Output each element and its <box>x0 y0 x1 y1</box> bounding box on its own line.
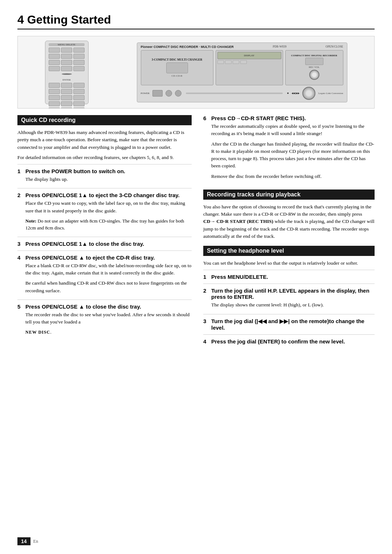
right-step-hp-1-heading: 1 Press MENU/DELETE. <box>203 274 375 280</box>
headphone-level-body: You can set the headphone level so that … <box>203 260 375 267</box>
brand-logo: Pioneer COMPACT DISC RECORDER · MULTI CD… <box>141 45 234 49</box>
display-section: DISPLAY <box>216 50 283 85</box>
left-step-2: 2 Press OPEN/CLOSE 1▲ to eject the 3-CD … <box>17 188 192 237</box>
left-step-4-num: 4 <box>17 254 23 261</box>
quick-cd-intro-p1: Although the PDR-W839 has many advanced … <box>17 129 192 151</box>
right-step-hp-3: 3 Turn the jog dial (|◀◀ and ▶▶| on the … <box>203 314 375 334</box>
right-step-hp-2-body: The display shows the current level: H (… <box>203 301 375 309</box>
footer: 14 En <box>17 537 38 545</box>
left-step-4-body: Place a blank CD-R or CD-RW disc, with t… <box>17 262 192 294</box>
left-step-2-num: 2 <box>17 192 23 198</box>
right-step-hp-1: 1 Press MENU/DELETE. <box>203 270 375 284</box>
remote-jog-wheel <box>62 73 72 75</box>
left-column: Quick CD recording Although the PDR-W839… <box>17 115 192 348</box>
device-image: MENU DELETE ENTER <box>17 36 375 109</box>
main-unit-mid: 3-COMPACT DISC MULTI CHANGER CD–CD-R DIS… <box>141 50 343 85</box>
left-step-3-heading: 3 Press OPEN/CLOSE 1▲ to close the disc … <box>17 241 192 247</box>
headphone-level-header: Setting the headphone level <box>203 246 375 256</box>
left-step-2-heading: 2 Press OPEN/CLOSE 1▲ to eject the 3-CD … <box>17 192 192 198</box>
left-step-5: 5 Press OPEN/CLOSE ▲ to close the disc t… <box>17 300 192 341</box>
recording-tracks-body: You also have the option of choosing to … <box>203 203 375 240</box>
left-step-5-num: 5 <box>17 304 23 310</box>
main-unit-bottom: POWER ■ ◀◀ ▶▶ Legato Link Conversion <box>141 87 343 100</box>
right-step-6: 6 Press CD→CD-R START (REC THIS). The re… <box>203 115 375 185</box>
left-step-1-num: 1 <box>17 168 23 174</box>
left-step-2-body: Place the CD you want to copy, with the … <box>17 200 192 232</box>
remote-top-bar: MENU DELETE <box>49 43 85 46</box>
language-label: En <box>33 539 38 544</box>
right-step-hp-1-num: 1 <box>203 274 208 280</box>
right-column: 6 Press CD→CD-R START (REC THIS). The re… <box>203 115 375 348</box>
left-step-5-heading: 5 Press OPEN/CLOSE ▲ to close the disc t… <box>17 304 192 310</box>
right-step-6-body: The recorder automatically copies at dou… <box>203 123 375 180</box>
chapter-title: 4 Getting Started <box>17 13 375 29</box>
right-step-6-num: 6 <box>203 115 208 121</box>
left-step-5-body-text: The recorder reads the disc to see what … <box>25 311 192 326</box>
right-step-hp-3-num: 3 <box>203 318 208 324</box>
left-step-5-new-disc: NEW DISC. <box>25 329 192 336</box>
left-step-3-num: 3 <box>17 241 23 247</box>
remote-control-image: MENU DELETE ENTER <box>45 41 89 104</box>
left-step-2-note-text: Do not use an adapter with 8cm CD-single… <box>25 218 184 231</box>
right-step-hp-4: 4 Press the jog dial (ENTER) to confirm … <box>203 334 375 348</box>
left-step-4: 4 Press OPEN/CLOSE ▲ to eject the CD-R d… <box>17 250 192 300</box>
changer-section: 3-COMPACT DISC MULTI CHANGER CD–CD-R <box>141 50 213 85</box>
remote-buttons <box>49 48 85 71</box>
right-step-hp-4-num: 4 <box>203 338 208 345</box>
recording-tracks-header: Recording tracks during playback <box>203 190 375 200</box>
model-number: PDR-W839 <box>273 45 286 48</box>
opens-close-label: OPEN/CLOSE <box>326 45 343 48</box>
left-step-5-body: The recorder reads the disc to see what … <box>17 311 192 336</box>
right-step-hp-3-text: Turn the jog dial (|◀◀ and ▶▶| on the re… <box>211 318 375 331</box>
right-step-hp-2: 2 Turn the jog dial until H.P. LEVEL app… <box>203 284 375 314</box>
left-step-1: 1 Press the POWER button to switch on. T… <box>17 164 192 188</box>
left-step-2-note: Note: Do not use an adapter with 8cm CD-… <box>25 217 192 232</box>
left-step-1-heading: 1 Press the POWER button to switch on. <box>17 168 192 174</box>
left-step-4-heading: 4 Press OPEN/CLOSE ▲ to eject the CD-R d… <box>17 254 192 261</box>
left-step-1-body: The display lights up. <box>17 176 192 183</box>
right-step-hp-2-num: 2 <box>203 288 208 294</box>
remote-bottom-buttons <box>49 83 85 109</box>
main-unit-top-bar: Pioneer COMPACT DISC RECORDER · MULTI CD… <box>141 45 343 49</box>
main-unit-image: Pioneer COMPACT DISC RECORDER · MULTI CD… <box>137 42 347 102</box>
right-step-6-heading: 6 Press CD→CD-R START (REC THIS). <box>203 115 375 121</box>
remote-enter-label: ENTER <box>62 78 71 81</box>
page-number: 14 <box>17 537 30 545</box>
quick-cd-intro-p2: For detailed information on other record… <box>17 154 192 161</box>
left-step-3: 3 Press OPEN/CLOSE 1▲ to close the disc … <box>17 237 192 250</box>
right-step-hp-3-heading: 3 Turn the jog dial (|◀◀ and ▶▶| on the … <box>203 318 375 331</box>
right-step-hp-2-heading: 2 Turn the jog dial until H.P. LEVEL app… <box>203 288 375 300</box>
recorder-section: COMPACT DISC DIGITAL RECORDER REC VOL <box>285 50 343 85</box>
right-step-hp-4-heading: 4 Press the jog dial (ENTER) to confirm … <box>203 338 375 345</box>
quick-cd-recording-header: Quick CD recording <box>17 115 192 125</box>
